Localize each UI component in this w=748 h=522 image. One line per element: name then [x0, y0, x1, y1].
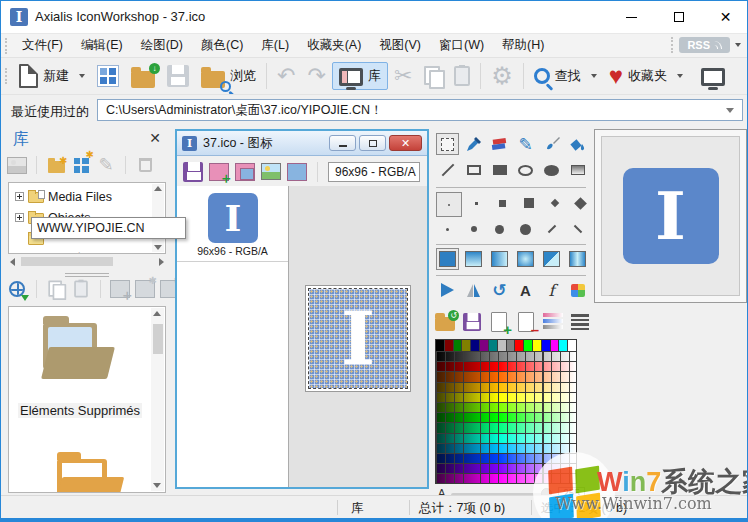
flip-horizontal-button[interactable] — [436, 279, 459, 301]
maximize-button[interactable] — [655, 1, 702, 33]
editor-title-bar[interactable]: I 37.ico - 图标 ✕ — [177, 131, 427, 156]
fill-mirror-button[interactable] — [566, 248, 589, 270]
gradient-palette-button[interactable] — [543, 312, 563, 332]
backslash-brush-button[interactable] — [566, 218, 589, 240]
color-swatch[interactable] — [515, 340, 524, 351]
slash-brush-button[interactable] — [540, 218, 563, 240]
fill-tool[interactable] — [566, 133, 589, 155]
favorites-dropdown-icon[interactable] — [677, 74, 683, 78]
add-format-button[interactable]: ＋ — [209, 162, 229, 182]
fill-gradient-v-button[interactable] — [462, 248, 485, 270]
scroll-thumb[interactable] — [153, 324, 163, 354]
color-swatch[interactable] — [551, 340, 560, 351]
fill-gradient-h-button[interactable] — [488, 248, 511, 270]
fill-diagonal-button[interactable] — [540, 248, 563, 270]
favorites-button[interactable]: ♥ 收藏夹 — [603, 61, 689, 91]
settings-button[interactable]: ⚙ — [485, 61, 519, 91]
undo-button[interactable]: ↶ — [271, 62, 301, 90]
new-library-button-small[interactable]: ✱ — [71, 155, 91, 175]
address-dropdown-icon[interactable] — [726, 108, 734, 113]
toolbar-grip[interactable] — [671, 37, 675, 53]
menu-window[interactable]: 窗口(W) — [430, 34, 493, 57]
palette-ramp-row[interactable] — [436, 453, 576, 463]
editor-minimize-button[interactable] — [329, 135, 356, 151]
rss-button[interactable]: RSS — [679, 37, 730, 53]
rss-dropdown-icon[interactable] — [735, 43, 741, 47]
library-folder[interactable] — [57, 459, 133, 493]
color-swatch[interactable] — [462, 340, 471, 351]
brush-tool[interactable] — [540, 133, 563, 155]
tree-item-media-files[interactable]: Media Files — [9, 186, 165, 207]
copy-item-button[interactable] — [46, 279, 66, 299]
palette-ramp-row[interactable] — [436, 351, 576, 361]
fill-solid-button[interactable] — [436, 248, 459, 270]
line-tool[interactable] — [436, 159, 459, 181]
tree-item-deleted[interactable]: 已删除项 — [9, 249, 165, 254]
pencil-tool[interactable]: ✎ — [514, 133, 537, 155]
size-7-button[interactable] — [462, 218, 485, 240]
new-folder-button[interactable]: ✱ — [46, 155, 66, 175]
cut-button[interactable]: ✂ — [388, 62, 418, 90]
screen-capture-button[interactable] — [695, 63, 731, 89]
deleted-items-folder[interactable] — [43, 323, 119, 379]
redo-button[interactable]: ↷ — [301, 62, 331, 90]
browse-button[interactable]: 浏览 — [195, 62, 262, 91]
color-swatch[interactable] — [454, 340, 463, 351]
add-color-button[interactable] — [489, 312, 509, 332]
copy-button[interactable] — [418, 63, 448, 89]
find-dropdown-icon[interactable] — [591, 74, 597, 78]
color-swatch[interactable] — [436, 340, 445, 351]
palette-ramp-row[interactable] — [436, 443, 576, 453]
palette-ramp-row[interactable] — [436, 382, 576, 392]
scroll-up-icon[interactable] — [154, 186, 162, 191]
rectangle-tool[interactable] — [462, 159, 485, 181]
find-button[interactable]: 查找 — [528, 64, 603, 88]
palette-ramp-row[interactable] — [436, 371, 576, 381]
size-9-button[interactable] — [514, 218, 537, 240]
save-button[interactable] — [161, 62, 195, 90]
format-item-96[interactable]: I 96x96 - RGB/A — [177, 186, 288, 262]
folder-rename-input[interactable]: WWW.YIPOJIE.CN — [31, 217, 186, 239]
color-swatch[interactable] — [480, 340, 489, 351]
color-swatch[interactable] — [559, 340, 568, 351]
eraser-tool[interactable] — [488, 133, 511, 155]
size-3-button[interactable] — [517, 192, 540, 214]
palette-ramp-row[interactable] — [436, 402, 576, 412]
address-combobox[interactable]: C:\Users\Administrator\桌面\37.ico/YIPOJIE… — [97, 99, 743, 121]
library-toggle-button[interactable]: 库 — [332, 62, 388, 90]
scroll-up-icon[interactable] — [153, 311, 161, 316]
editor-save-button[interactable] — [183, 162, 203, 182]
color-swatch[interactable] — [533, 340, 542, 351]
size-8-button[interactable] — [488, 218, 511, 240]
mac-format-button[interactable] — [287, 162, 307, 182]
file-list-scrollbar[interactable] — [151, 308, 164, 491]
toolbar-grip[interactable] — [5, 68, 9, 84]
palette-ramp-row[interactable] — [436, 422, 576, 432]
palette-ramp-row[interactable] — [436, 463, 576, 473]
delete-button[interactable] — [135, 155, 155, 175]
select-tool[interactable] — [436, 133, 459, 155]
text-tool[interactable]: A — [514, 279, 537, 301]
new-button[interactable]: 新建 — [13, 61, 91, 91]
rotate-button[interactable]: ↺ — [488, 279, 511, 301]
adjust-colors-button[interactable] — [566, 279, 589, 301]
minimize-button[interactable] — [608, 1, 655, 33]
effects-button[interactable]: f — [540, 279, 563, 301]
open-palette-button[interactable]: ↺ — [435, 312, 455, 332]
toolbar-grip[interactable] — [5, 38, 9, 54]
palette-ramp-row[interactable] — [436, 433, 576, 443]
ellipse-tool[interactable] — [514, 159, 537, 181]
color-swatch[interactable] — [568, 340, 576, 351]
size-1-button[interactable] — [465, 192, 488, 214]
filled-rectangle-tool[interactable] — [488, 159, 511, 181]
edit-canvas[interactable]: I — [309, 289, 407, 388]
rename-button[interactable]: ✎ — [96, 155, 116, 175]
editor-close-button[interactable]: ✕ — [389, 135, 422, 151]
paste-button[interactable] — [448, 63, 476, 89]
menu-file[interactable]: 文件(F) — [13, 34, 72, 57]
size-4-button[interactable] — [543, 192, 566, 214]
import-image-button[interactable] — [7, 155, 27, 175]
brush-size-current[interactable] — [436, 192, 462, 217]
library-panel-close-icon[interactable]: ✕ — [149, 130, 161, 146]
paste-item-button[interactable] — [71, 279, 91, 299]
